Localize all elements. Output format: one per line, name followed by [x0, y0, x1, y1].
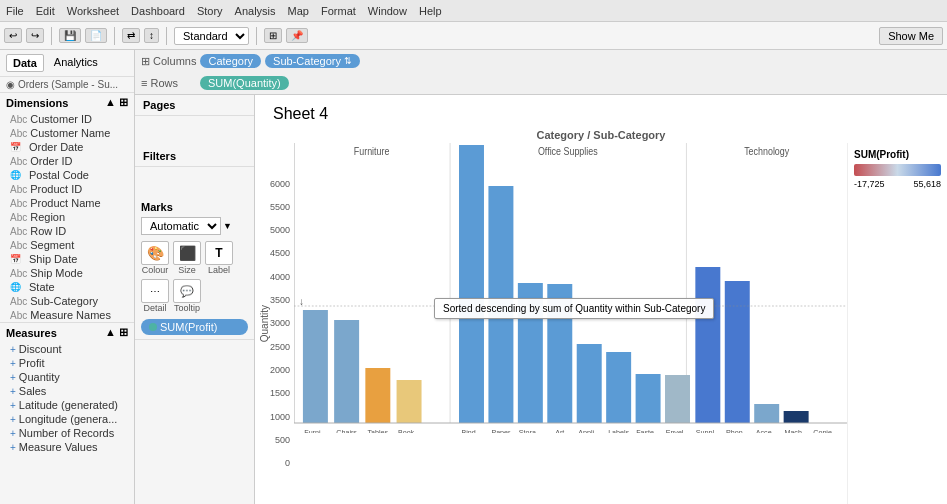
- measure-num-records[interactable]: + Number of Records: [0, 426, 134, 440]
- toolbar-new[interactable]: 📄: [85, 28, 107, 43]
- menu-worksheet[interactable]: Worksheet: [67, 5, 119, 17]
- svg-text:Chairs: Chairs: [336, 428, 357, 433]
- measure-discount[interactable]: + Discount: [0, 342, 134, 356]
- dim-row-id[interactable]: Abc Row ID: [0, 224, 134, 238]
- menu-format[interactable]: Format: [321, 5, 356, 17]
- center-area: ⊞ Columns Category Sub-Category ⇅ ≡ Rows…: [135, 50, 947, 504]
- measure-values[interactable]: + Measure Values: [0, 440, 134, 454]
- menu-analysis[interactable]: Analysis: [235, 5, 276, 17]
- toolbar-fit[interactable]: ⊞: [264, 28, 282, 43]
- dim-name: Measure Names: [30, 309, 111, 321]
- measure-quantity[interactable]: + Quantity: [0, 370, 134, 384]
- chart-svg: Furniture Office Supplies Technology: [294, 143, 847, 433]
- toolbar-sort[interactable]: ↕: [144, 28, 159, 43]
- y-axis-area: Quantity 6000 5500 5000 4500 4000 3500 3…: [255, 143, 294, 504]
- dim-measure-names[interactable]: Abc Measure Names: [0, 308, 134, 322]
- menu-help[interactable]: Help: [419, 5, 442, 17]
- sum-quantity-pill[interactable]: SUM(Quantity): [200, 76, 289, 90]
- sub-category-pill[interactable]: Sub-Category ⇅: [265, 54, 360, 68]
- menu-file[interactable]: File: [6, 5, 24, 17]
- toolbar-undo[interactable]: ↩: [4, 28, 22, 43]
- dim-prefix: Abc: [10, 226, 27, 237]
- marks-type-row: Automatic ▼: [141, 217, 248, 235]
- columns-label: ⊞ Columns: [141, 55, 196, 68]
- svg-rect-15: [636, 374, 661, 423]
- marks-type-select[interactable]: Automatic: [141, 217, 221, 235]
- colour-icon: 🎨: [141, 241, 169, 265]
- dim-state[interactable]: 🌐 State: [0, 280, 134, 294]
- tooltip-label: Tooltip: [174, 303, 200, 313]
- measure-longitude[interactable]: + Longitude (genera...: [0, 412, 134, 426]
- green-dot-icon: [149, 323, 157, 331]
- svg-rect-6: [334, 320, 359, 423]
- dim-prefix: Abc: [10, 128, 27, 139]
- plus-icon: +: [10, 372, 16, 383]
- tooltip-button[interactable]: 💬 Tooltip: [173, 279, 201, 313]
- menu-edit[interactable]: Edit: [36, 5, 55, 17]
- toolbar-separator-2: [114, 27, 115, 45]
- measure-sales[interactable]: + Sales: [0, 384, 134, 398]
- measures-header: Measures ▲ ⊞: [0, 322, 134, 342]
- menu-window[interactable]: Window: [368, 5, 407, 17]
- toolbar-save[interactable]: 💾: [59, 28, 81, 43]
- dim-order-date[interactable]: 📅 Order Date: [0, 140, 134, 154]
- toolbar-fix[interactable]: 📌: [286, 28, 308, 43]
- svg-text:Labels: Labels: [608, 428, 629, 433]
- svg-rect-10: [488, 186, 513, 423]
- dim-name: Postal Code: [29, 169, 89, 181]
- measures-label: Measures: [6, 327, 57, 339]
- toolbar-swap[interactable]: ⇄: [122, 28, 140, 43]
- dimensions-toggle[interactable]: ▲ ⊞: [105, 96, 128, 109]
- measure-profit[interactable]: + Profit: [0, 356, 134, 370]
- svg-rect-9: [459, 145, 484, 423]
- plus-icon: +: [10, 442, 16, 453]
- show-me-button[interactable]: Show Me: [879, 27, 943, 45]
- sidebar: Data Analytics ◉ Orders (Sample - Su... …: [0, 50, 135, 504]
- detail-button[interactable]: ⋯ Detail: [141, 279, 169, 313]
- standard-select[interactable]: Standard: [174, 27, 249, 45]
- sum-profit-pill[interactable]: SUM(Profit): [141, 319, 248, 335]
- dim-ship-date[interactable]: 📅 Ship Date: [0, 252, 134, 266]
- dim-name: Ship Date: [29, 253, 77, 265]
- data-source-row[interactable]: ◉ Orders (Sample - Su...: [0, 77, 134, 92]
- dim-ship-mode[interactable]: Abc Ship Mode: [0, 266, 134, 280]
- dim-order-id[interactable]: Abc Order ID: [0, 154, 134, 168]
- tab-analytics[interactable]: Analytics: [48, 54, 104, 72]
- toolbar-redo[interactable]: ↪: [26, 28, 44, 43]
- dim-postal-code[interactable]: 🌐 Postal Code: [0, 168, 134, 182]
- plus-icon: +: [10, 428, 16, 439]
- dim-name: State: [29, 281, 55, 293]
- size-button[interactable]: ⬛ Size: [173, 241, 201, 275]
- measures-toggle[interactable]: ▲ ⊞: [105, 326, 128, 339]
- tab-data[interactable]: Data: [6, 54, 44, 72]
- content-row: Pages Filters Marks Automatic ▼ 🎨: [135, 95, 947, 504]
- calendar-icon: 📅: [10, 142, 26, 152]
- detail-icon: ⋯: [141, 279, 169, 303]
- svg-text:Appli...: Appli...: [578, 428, 600, 433]
- dim-customer-id[interactable]: Abc Customer ID: [0, 112, 134, 126]
- colour-button[interactable]: 🎨 Colour: [141, 241, 169, 275]
- svg-text:Envel...: Envel...: [666, 428, 690, 433]
- menu-dashboard[interactable]: Dashboard: [131, 5, 185, 17]
- dim-prefix: Abc: [10, 198, 27, 209]
- label-button[interactable]: T Label: [205, 241, 233, 275]
- dim-sub-category[interactable]: Abc Sub-Category: [0, 294, 134, 308]
- measure-name: Profit: [19, 357, 45, 369]
- category-pill[interactable]: Category: [200, 54, 261, 68]
- plus-icon: +: [10, 386, 16, 397]
- dim-product-name[interactable]: Abc Product Name: [0, 196, 134, 210]
- svg-rect-19: [754, 404, 779, 423]
- menu-story[interactable]: Story: [197, 5, 223, 17]
- measure-latitude[interactable]: + Latitude (generated): [0, 398, 134, 412]
- svg-rect-17: [695, 267, 720, 423]
- dim-region[interactable]: Abc Region: [0, 210, 134, 224]
- sidebar-tabs: Data Analytics: [0, 50, 134, 77]
- sum-profit-label: SUM(Profit): [160, 321, 217, 333]
- dim-customer-name[interactable]: Abc Customer Name: [0, 126, 134, 140]
- menu-bar: File Edit Worksheet Dashboard Story Anal…: [0, 0, 947, 22]
- dim-product-id[interactable]: Abc Product ID: [0, 182, 134, 196]
- menu-map[interactable]: Map: [288, 5, 309, 17]
- marks-buttons2: ⋯ Detail 💬 Tooltip: [141, 279, 248, 313]
- label-text: Label: [208, 265, 230, 275]
- dim-segment[interactable]: Abc Segment: [0, 238, 134, 252]
